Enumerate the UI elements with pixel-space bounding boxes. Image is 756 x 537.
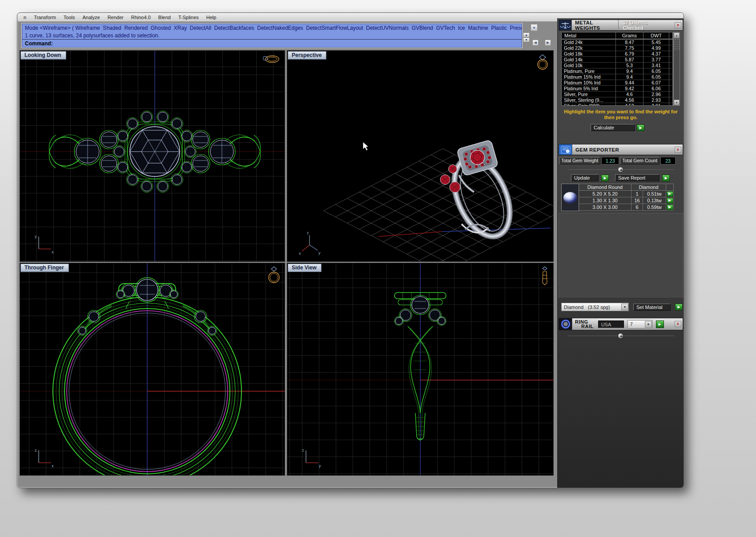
cell-grams: 9.4 — [616, 68, 643, 74]
menu-item-rhino[interactable]: Rhino4.0 — [131, 15, 151, 20]
table-row[interactable]: Gold 14k5.873.77 — [562, 57, 673, 63]
menu-item-partial[interactable]: n — [24, 15, 26, 20]
set-material-button[interactable]: Set Material — [633, 304, 671, 311]
command-dropdown-button[interactable]: ▼ — [531, 24, 538, 31]
cell-grams: 4.52 — [616, 103, 643, 106]
svg-text:y: y — [35, 234, 37, 239]
play-icon: ▶ — [639, 126, 642, 130]
cell-metal: Gold 24k — [562, 40, 616, 45]
menu-item-help[interactable]: Help — [206, 15, 217, 20]
gem-select-button[interactable]: ▶ — [667, 191, 673, 197]
viewport-through-finger[interactable]: Through Finger z x — [20, 263, 285, 475]
metal-weights-title: METAL WEIGHTS — [575, 20, 618, 31]
scroll-left-icon: ◀ — [534, 41, 536, 44]
command-spin-up-button[interactable]: ▲ — [523, 32, 530, 37]
slider-thumb[interactable] — [618, 333, 623, 339]
cell-empty — [669, 97, 673, 103]
table-row[interactable]: Gold 24k8.475.45 — [562, 40, 673, 45]
close-icon[interactable]: × — [675, 22, 681, 28]
gem-row[interactable]: 3.00 X 3.00 6 0.59tw ▶ — [579, 204, 674, 211]
cell-empty — [669, 63, 673, 68]
column-header-dwt[interactable]: DWT — [643, 32, 669, 40]
table-row[interactable]: Silver, Sterling (9...4.562.93 — [562, 97, 673, 103]
command-scroll-right-button[interactable]: ▶ — [545, 40, 551, 46]
gem-row[interactable]: 5.20 X 5.20 1 0.51tw ▶ — [579, 191, 674, 197]
calculate-go-button[interactable]: ▶ — [637, 124, 644, 131]
total-gem-count-label: Total Gem Count — [620, 157, 659, 164]
table-row[interactable]: Platinum, Pure9.46.05 — [562, 68, 673, 74]
gem-reporter-slider[interactable] — [562, 167, 680, 172]
update-button[interactable]: Update — [571, 174, 599, 181]
slider-thumb[interactable] — [618, 167, 623, 172]
gem-count: 6 — [631, 204, 643, 211]
table-scrollbar[interactable]: ▲ ▼ — [673, 32, 680, 106]
gem-select-button[interactable]: ▶ — [667, 198, 673, 204]
save-report-go-button[interactable]: ▶ — [662, 175, 670, 181]
menu-item-transform[interactable]: Transform — [34, 15, 56, 20]
mouse-cursor — [363, 142, 369, 151]
ring-front-view-icon — [268, 266, 280, 285]
svg-text:z: z — [35, 448, 37, 453]
ring-size-dropdown[interactable]: 7 ▼ — [627, 320, 652, 329]
gem-row[interactable]: 1.30 X 1.30 16 0.13tw ▶ — [579, 197, 674, 204]
menu-item-analyze[interactable]: Analyze — [83, 15, 100, 20]
viewport-perspective[interactable]: z x y Perspective — [287, 51, 553, 261]
set-material-go-button[interactable]: ▶ — [675, 304, 683, 310]
table-row[interactable]: Platinum 10% Irid9.446.07 — [562, 80, 673, 86]
table-row[interactable]: Gold 22k7.754.99 — [562, 45, 673, 51]
cell-empty — [669, 57, 673, 63]
cell-empty — [669, 80, 673, 86]
cell-dwt: 3.77 — [643, 57, 669, 63]
viewport-title-side-view[interactable]: Side View — [288, 264, 322, 272]
cell-grams: 5.87 — [616, 57, 643, 63]
cell-dwt: 6.05 — [643, 68, 669, 74]
column-header-grams[interactable]: Grams — [616, 32, 643, 40]
scroll-right-icon: ▶ — [547, 41, 549, 44]
viewport-side-view[interactable]: Side View z y — [287, 263, 553, 475]
calculate-button[interactable]: Calculate — [591, 124, 635, 131]
update-go-button[interactable]: ▶ — [601, 175, 609, 181]
menu-item-tsplines[interactable]: T-Splines — [178, 15, 199, 20]
column-header-metal[interactable]: Metal — [562, 32, 616, 40]
close-icon[interactable]: × — [675, 321, 681, 327]
gem-size: 3.00 X 3.00 — [579, 204, 631, 211]
svg-text:y: y — [318, 251, 321, 255]
ring-rail-slider[interactable] — [562, 333, 680, 339]
table-row[interactable]: Platinum 5% Irid9.426.06 — [562, 86, 673, 92]
viewport-title-looking-down[interactable]: Looking Down — [20, 51, 66, 60]
gem-shape-header: Diamond Round — [579, 184, 631, 191]
viewport-looking-down[interactable]: Looking Down y x — [20, 51, 285, 261]
svg-text:z: z — [307, 231, 309, 235]
dropdown-arrow-icon[interactable]: ▼ — [645, 321, 652, 328]
scroll-up-icon[interactable]: ▲ — [674, 32, 680, 38]
gem-size: 1.30 X 1.30 — [579, 197, 631, 204]
close-icon[interactable]: × — [675, 147, 681, 153]
menu-item-tools[interactable]: Tools — [64, 15, 75, 20]
table-row[interactable]: Platinum 15% Irid9.46.05 — [562, 74, 673, 80]
command-prompt[interactable]: Command: — [22, 39, 522, 48]
scrollbar-thumb[interactable] — [674, 39, 680, 50]
table-row[interactable]: Silver, Pure4.62.96 — [562, 92, 673, 97]
ring-rail-go-button[interactable]: ▶ — [656, 321, 664, 328]
command-scroll-left-button[interactable]: ◀ — [532, 40, 539, 46]
objects-checked-status: 37 Objects Checked — [618, 20, 668, 31]
gem-select-button[interactable]: ▶ — [667, 204, 673, 210]
viewport-title-perspective[interactable]: Perspective — [288, 51, 326, 60]
command-area[interactable]: Mode <Wireframe> ( Wireframe Shaded Rend… — [22, 24, 522, 48]
ring-standard-field[interactable]: USA — [598, 321, 624, 328]
cell-grams: 7.75 — [616, 45, 643, 51]
menu-item-blend[interactable]: Blend — [158, 15, 171, 20]
table-row[interactable]: Silver, Coin (900)4.522.91 — [562, 103, 673, 106]
table-row[interactable]: Gold 18k6.794.37 — [562, 51, 673, 57]
viewport-title-through-finger[interactable]: Through Finger — [20, 264, 69, 272]
cell-metal: Platinum 5% Irid — [562, 86, 616, 92]
dropdown-arrow-icon[interactable]: ▼ — [621, 304, 628, 310]
gem-count: 16 — [631, 197, 643, 204]
command-spin-down-button[interactable]: ▼ — [523, 37, 530, 42]
save-report-button[interactable]: Save Report — [615, 174, 659, 181]
material-dropdown[interactable]: Diamond (3.52 spg) ▼ — [561, 303, 629, 311]
scale-icon — [559, 20, 572, 30]
scroll-down-icon[interactable]: ▼ — [674, 100, 680, 105]
table-row[interactable]: Gold 10k5.33.41 — [562, 63, 673, 68]
menu-item-render[interactable]: Render — [108, 15, 124, 20]
